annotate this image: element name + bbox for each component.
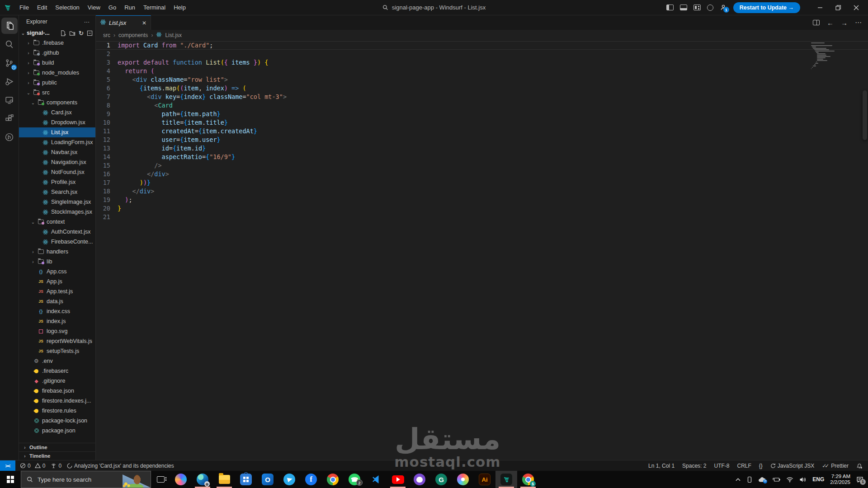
tree-item-authcontext-jsx[interactable]: AuthContext.jsx	[19, 227, 95, 237]
windsurf-circle-icon[interactable]	[707, 5, 713, 11]
tree-item-firestore-rules[interactable]: firestore.rules	[19, 406, 95, 416]
menu-view[interactable]: View	[84, 2, 104, 13]
code-line-13[interactable]: 13 id={item.id}	[96, 144, 868, 153]
tree-item-node-modules[interactable]: ›node_modules	[19, 68, 95, 78]
taskbar-search[interactable]: Type here to search	[21, 471, 151, 488]
activity-search[interactable]	[1, 36, 18, 52]
tree-item-navbar-jsx[interactable]: Navbar.jsx	[19, 147, 95, 157]
tree-item-stockimages-jsx[interactable]: StockImages.jsx	[19, 207, 95, 217]
onedrive-icon[interactable]: ⟳	[758, 477, 766, 483]
tree-item-navigation-jsx[interactable]: Navigation.jsx	[19, 157, 95, 167]
problems-indicator[interactable]: 0 0	[20, 463, 45, 469]
code-line-2[interactable]: 2	[96, 50, 868, 58]
breadcrumb-file[interactable]: List.jsx	[165, 32, 182, 38]
taskbar-app-microsoft-store[interactable]	[235, 471, 257, 488]
tab-close-icon[interactable]: ✕	[142, 20, 146, 26]
tree-item-list-jsx[interactable]: List.jsx	[19, 127, 95, 137]
tree-item--github[interactable]: ›.github	[19, 48, 95, 58]
tree-item-package-lock-json[interactable]: package-lock.json	[19, 416, 95, 426]
taskbar-app-file-explorer[interactable]	[213, 471, 235, 488]
tray-chevron-icon[interactable]	[735, 477, 741, 482]
code-line-4[interactable]: 4 return (	[96, 67, 868, 75]
code-line-12[interactable]: 12 user={item.user}	[96, 136, 868, 144]
tree-item-firebaseconte-[interactable]: FirebaseConte...	[19, 237, 95, 247]
tree-item-components[interactable]: ⌄components	[19, 98, 95, 108]
collapse-all-icon[interactable]	[87, 30, 93, 36]
task-view-button[interactable]	[151, 471, 170, 488]
tree-item-app-test-js[interactable]: JSApp.test.js	[19, 286, 95, 296]
code-line-20[interactable]: 20}	[96, 204, 868, 213]
taskbar-app-youtube[interactable]	[387, 471, 409, 488]
tree-item--firebase[interactable]: ›.firebase	[19, 38, 95, 48]
tree-item-notfound-jsx[interactable]: NotFound.jsx	[19, 167, 95, 177]
search-highlight-image[interactable]	[123, 471, 151, 488]
code-line-9[interactable]: 9 path={item.path}	[96, 110, 868, 118]
tree-item-singleimage-jsx[interactable]: SingleImage.jsx	[19, 197, 95, 207]
code-line-3[interactable]: 3export default function List({ items })…	[96, 58, 868, 67]
scrollbar-thumb[interactable]	[863, 90, 867, 140]
code-line-8[interactable]: 8 <Card	[96, 101, 868, 110]
tree-item-card-jsx[interactable]: Card.jsx	[19, 108, 95, 117]
code-line-17[interactable]: 17 ))}	[96, 178, 868, 187]
code-line-21[interactable]: 21	[96, 213, 868, 221]
code-line-1[interactable]: 1import Card from "./Card";	[96, 41, 868, 50]
tree-item-firebase-json[interactable]: firebase.json	[19, 386, 95, 396]
tree-item-search-jsx[interactable]: Search.jsx	[19, 187, 95, 197]
menu-terminal[interactable]: Terminal	[139, 2, 170, 13]
tree-item--firebaserc[interactable]: .firebaserc	[19, 366, 95, 376]
breadcrumb-components[interactable]: components	[118, 32, 148, 38]
taskbar-app-chrome[interactable]	[322, 471, 344, 488]
menu-go[interactable]: Go	[104, 2, 120, 13]
taskbar-app-outlook[interactable]: O	[257, 471, 278, 488]
taskbar-app-facebook[interactable]: f	[300, 471, 322, 488]
taskbar-app-vscode[interactable]	[365, 471, 387, 488]
code-line-16[interactable]: 16 </div>	[96, 170, 868, 178]
tree-item-firestore-indexes-j-[interactable]: firestore.indexes.j...	[19, 396, 95, 406]
activity-explorer[interactable]	[1, 18, 18, 34]
code-line-18[interactable]: 18 </div>	[96, 187, 868, 196]
taskbar-app-illustrator[interactable]: Ai	[474, 471, 495, 488]
taskbar-app-photos[interactable]	[452, 471, 474, 488]
action-center-button[interactable]: 1	[856, 476, 863, 483]
tree-item-reportwebvitals-js[interactable]: JSreportWebVitals.js	[19, 336, 95, 346]
taskbar-app-telegram[interactable]	[278, 471, 300, 488]
language-indicator[interactable]: JavaScript JSX	[770, 463, 814, 469]
activity-source-control[interactable]	[1, 55, 18, 71]
encoding-indicator[interactable]: UTF-8	[714, 463, 729, 469]
minimap[interactable]	[811, 42, 860, 71]
menu-edit[interactable]: Edit	[33, 2, 51, 13]
activity-extensions[interactable]	[1, 110, 18, 127]
taskbar-app-windsurf[interactable]	[495, 471, 517, 488]
tree-item-lib[interactable]: ›lib	[19, 257, 95, 267]
tree-item-handlers[interactable]: ›handlers	[19, 247, 95, 257]
activity-remote-explorer[interactable]	[1, 92, 18, 108]
wifi-icon[interactable]	[786, 477, 793, 483]
new-file-icon[interactable]	[60, 30, 66, 36]
battery-icon[interactable]	[772, 477, 780, 483]
taskbar-app-copilot[interactable]	[170, 471, 192, 488]
split-editor-icon[interactable]	[813, 20, 820, 25]
taskbar-app-chrome-finance[interactable]: $	[517, 471, 539, 488]
formatter-indicator[interactable]: ✓✓ Prettier	[822, 463, 849, 469]
breadcrumb-src[interactable]: src	[103, 32, 110, 38]
tree-item--gitignore[interactable]: ◆.gitignore	[19, 376, 95, 386]
tree-item-logo-svg[interactable]: logo.svg	[19, 326, 95, 336]
tree-item-build[interactable]: ›build	[19, 58, 95, 68]
code-line-19[interactable]: 19 );	[96, 196, 868, 204]
minimize-button[interactable]	[811, 0, 829, 15]
ports-indicator[interactable]: 0	[51, 463, 61, 469]
menu-selection[interactable]: Selection	[51, 2, 83, 13]
tree-item--env[interactable]: ⚙.env	[19, 356, 95, 366]
customize-layout-icon[interactable]	[693, 5, 701, 10]
tree-item-dropdown-jsx[interactable]: Dropdown.jsx	[19, 117, 95, 127]
language-indicator[interactable]: ENG	[812, 476, 824, 483]
close-button[interactable]	[847, 0, 865, 15]
volume-icon[interactable]	[799, 477, 807, 483]
taskbar-app-whatsapp[interactable]: ☎2	[344, 471, 365, 488]
braces-indicator[interactable]: {}	[759, 463, 763, 469]
new-folder-icon[interactable]	[69, 30, 75, 36]
tree-item-index-js[interactable]: JSindex.js	[19, 316, 95, 326]
start-button[interactable]	[0, 471, 21, 488]
tree-item-package-json[interactable]: package.json	[19, 426, 95, 436]
activity-cascade[interactable]	[1, 129, 18, 145]
